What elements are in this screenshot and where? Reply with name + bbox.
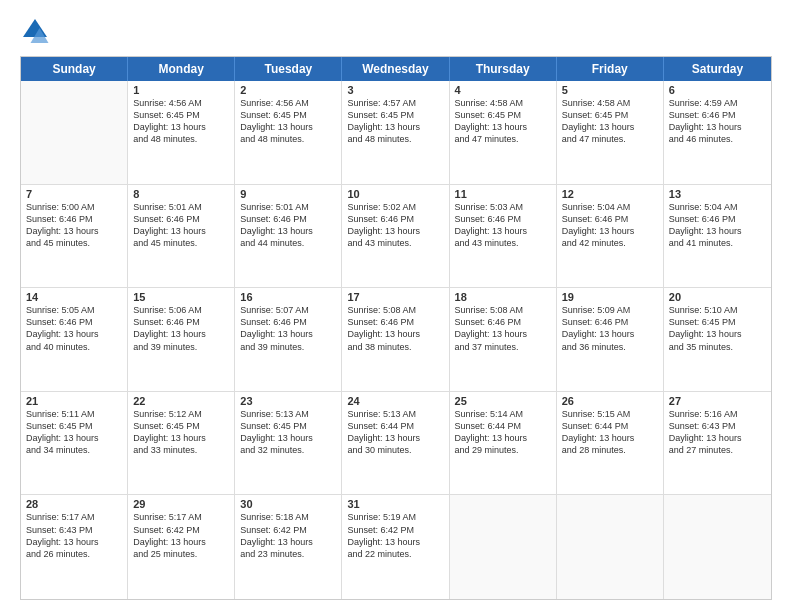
day-header-sunday: Sunday <box>21 57 128 81</box>
calendar-day-21: 21 Sunrise: 5:11 AM Sunset: 6:45 PM Dayl… <box>21 392 128 495</box>
calendar-day-13: 13 Sunrise: 5:04 AM Sunset: 6:46 PM Dayl… <box>664 185 771 288</box>
calendar-day-23: 23 Sunrise: 5:13 AM Sunset: 6:45 PM Dayl… <box>235 392 342 495</box>
logo <box>20 16 54 46</box>
sunset: Sunset: 6:45 PM <box>669 316 766 328</box>
daylight: Daylight: 13 hours <box>562 225 658 237</box>
minutes: and 28 minutes. <box>562 444 658 456</box>
day-number: 26 <box>562 395 658 407</box>
calendar-empty <box>21 81 128 184</box>
day-number: 6 <box>669 84 766 96</box>
sunrise: Sunrise: 4:57 AM <box>347 97 443 109</box>
calendar-day-6: 6 Sunrise: 4:59 AM Sunset: 6:46 PM Dayli… <box>664 81 771 184</box>
calendar-day-30: 30 Sunrise: 5:18 AM Sunset: 6:42 PM Dayl… <box>235 495 342 599</box>
day-number: 20 <box>669 291 766 303</box>
daylight: Daylight: 13 hours <box>133 121 229 133</box>
day-number: 8 <box>133 188 229 200</box>
sunrise: Sunrise: 5:14 AM <box>455 408 551 420</box>
calendar-week-3: 14 Sunrise: 5:05 AM Sunset: 6:46 PM Dayl… <box>21 288 771 392</box>
daylight: Daylight: 13 hours <box>455 328 551 340</box>
calendar-day-31: 31 Sunrise: 5:19 AM Sunset: 6:42 PM Dayl… <box>342 495 449 599</box>
day-number: 23 <box>240 395 336 407</box>
header <box>20 16 772 46</box>
daylight: Daylight: 13 hours <box>26 432 122 444</box>
calendar-day-10: 10 Sunrise: 5:02 AM Sunset: 6:46 PM Dayl… <box>342 185 449 288</box>
daylight: Daylight: 13 hours <box>133 536 229 548</box>
calendar-day-14: 14 Sunrise: 5:05 AM Sunset: 6:46 PM Dayl… <box>21 288 128 391</box>
calendar: SundayMondayTuesdayWednesdayThursdayFrid… <box>20 56 772 600</box>
sunset: Sunset: 6:43 PM <box>26 524 122 536</box>
sunrise: Sunrise: 5:02 AM <box>347 201 443 213</box>
calendar-day-11: 11 Sunrise: 5:03 AM Sunset: 6:46 PM Dayl… <box>450 185 557 288</box>
daylight: Daylight: 13 hours <box>133 328 229 340</box>
daylight: Daylight: 13 hours <box>669 121 766 133</box>
day-header-wednesday: Wednesday <box>342 57 449 81</box>
day-number: 24 <box>347 395 443 407</box>
minutes: and 35 minutes. <box>669 341 766 353</box>
minutes: and 47 minutes. <box>562 133 658 145</box>
day-number: 18 <box>455 291 551 303</box>
minutes: and 40 minutes. <box>26 341 122 353</box>
sunset: Sunset: 6:45 PM <box>347 109 443 121</box>
day-number: 16 <box>240 291 336 303</box>
sunrise: Sunrise: 5:18 AM <box>240 511 336 523</box>
sunrise: Sunrise: 5:07 AM <box>240 304 336 316</box>
day-number: 29 <box>133 498 229 510</box>
day-number: 19 <box>562 291 658 303</box>
calendar-week-1: 1 Sunrise: 4:56 AM Sunset: 6:45 PM Dayli… <box>21 81 771 185</box>
sunset: Sunset: 6:45 PM <box>133 420 229 432</box>
calendar-day-29: 29 Sunrise: 5:17 AM Sunset: 6:42 PM Dayl… <box>128 495 235 599</box>
calendar-day-27: 27 Sunrise: 5:16 AM Sunset: 6:43 PM Dayl… <box>664 392 771 495</box>
sunset: Sunset: 6:46 PM <box>347 213 443 225</box>
minutes: and 30 minutes. <box>347 444 443 456</box>
calendar-day-16: 16 Sunrise: 5:07 AM Sunset: 6:46 PM Dayl… <box>235 288 342 391</box>
sunset: Sunset: 6:46 PM <box>562 213 658 225</box>
minutes: and 29 minutes. <box>455 444 551 456</box>
sunset: Sunset: 6:44 PM <box>562 420 658 432</box>
sunset: Sunset: 6:44 PM <box>347 420 443 432</box>
sunrise: Sunrise: 4:58 AM <box>562 97 658 109</box>
minutes: and 39 minutes. <box>133 341 229 353</box>
sunrise: Sunrise: 5:09 AM <box>562 304 658 316</box>
sunrise: Sunrise: 5:01 AM <box>133 201 229 213</box>
daylight: Daylight: 13 hours <box>26 328 122 340</box>
minutes: and 23 minutes. <box>240 548 336 560</box>
daylight: Daylight: 13 hours <box>562 121 658 133</box>
day-number: 1 <box>133 84 229 96</box>
calendar-week-2: 7 Sunrise: 5:00 AM Sunset: 6:46 PM Dayli… <box>21 185 771 289</box>
daylight: Daylight: 13 hours <box>133 225 229 237</box>
calendar-empty <box>664 495 771 599</box>
sunrise: Sunrise: 4:59 AM <box>669 97 766 109</box>
calendar-day-25: 25 Sunrise: 5:14 AM Sunset: 6:44 PM Dayl… <box>450 392 557 495</box>
sunrise: Sunrise: 5:15 AM <box>562 408 658 420</box>
minutes: and 43 minutes. <box>455 237 551 249</box>
calendar-day-28: 28 Sunrise: 5:17 AM Sunset: 6:43 PM Dayl… <box>21 495 128 599</box>
sunrise: Sunrise: 5:08 AM <box>455 304 551 316</box>
sunset: Sunset: 6:46 PM <box>240 316 336 328</box>
minutes: and 36 minutes. <box>562 341 658 353</box>
day-number: 10 <box>347 188 443 200</box>
day-number: 30 <box>240 498 336 510</box>
calendar-day-12: 12 Sunrise: 5:04 AM Sunset: 6:46 PM Dayl… <box>557 185 664 288</box>
logo-icon <box>20 16 50 46</box>
minutes: and 48 minutes. <box>240 133 336 145</box>
minutes: and 47 minutes. <box>455 133 551 145</box>
day-number: 28 <box>26 498 122 510</box>
calendar-day-1: 1 Sunrise: 4:56 AM Sunset: 6:45 PM Dayli… <box>128 81 235 184</box>
day-number: 12 <box>562 188 658 200</box>
daylight: Daylight: 13 hours <box>562 432 658 444</box>
calendar-day-4: 4 Sunrise: 4:58 AM Sunset: 6:45 PM Dayli… <box>450 81 557 184</box>
minutes: and 26 minutes. <box>26 548 122 560</box>
daylight: Daylight: 13 hours <box>347 432 443 444</box>
sunset: Sunset: 6:42 PM <box>240 524 336 536</box>
daylight: Daylight: 13 hours <box>240 432 336 444</box>
minutes: and 38 minutes. <box>347 341 443 353</box>
sunrise: Sunrise: 5:16 AM <box>669 408 766 420</box>
minutes: and 33 minutes. <box>133 444 229 456</box>
sunset: Sunset: 6:44 PM <box>455 420 551 432</box>
day-header-friday: Friday <box>557 57 664 81</box>
daylight: Daylight: 13 hours <box>240 328 336 340</box>
minutes: and 32 minutes. <box>240 444 336 456</box>
calendar-day-9: 9 Sunrise: 5:01 AM Sunset: 6:46 PM Dayli… <box>235 185 342 288</box>
daylight: Daylight: 13 hours <box>133 432 229 444</box>
page: SundayMondayTuesdayWednesdayThursdayFrid… <box>0 0 792 612</box>
